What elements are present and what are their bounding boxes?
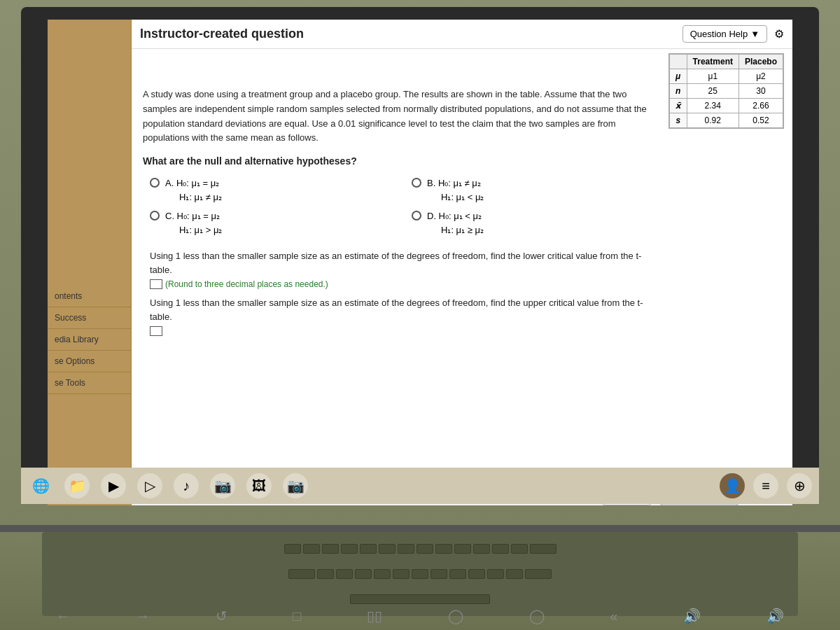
header-bar: Instructor-created question Question Hel… bbox=[132, 20, 792, 49]
music-icon[interactable]: ♪ bbox=[174, 473, 199, 498]
chrome-icon[interactable]: 🌐 bbox=[28, 473, 53, 498]
kb-key[interactable] bbox=[412, 569, 428, 579]
answer-choices: A. H₀: μ₁ = μ₂ H₁: μ₁ ≠ μ₂ B. H₀: μ₁ ≠ μ… bbox=[143, 176, 652, 237]
question-help-button[interactable]: Question Help ▼ bbox=[682, 25, 767, 43]
stats-table: Treatment Placebo μ μ1 μ2 n bbox=[668, 53, 784, 129]
table-cell-xbar-label: x̄ bbox=[669, 99, 687, 113]
play-icon[interactable]: ▷ bbox=[137, 473, 162, 498]
back-arrow-icon[interactable]: ← bbox=[56, 608, 70, 624]
kb-row-3 bbox=[350, 594, 490, 604]
kb-key[interactable] bbox=[487, 569, 504, 579]
window-icon[interactable]: □ bbox=[293, 608, 301, 624]
sidebar-item-contents[interactable]: ontents bbox=[48, 286, 131, 307]
sidebar-item-tools[interactable]: se Tools bbox=[48, 372, 131, 394]
sub-question-text: What are the null and alternative hypoth… bbox=[143, 155, 652, 167]
radio-C[interactable] bbox=[150, 211, 160, 220]
kb-key[interactable] bbox=[449, 569, 466, 579]
add-icon[interactable]: ⊕ bbox=[787, 473, 812, 498]
choice-C[interactable]: C. H₀: μ₁ = μ₂ H₁: μ₁ > μ₂ bbox=[150, 209, 391, 237]
sidebar-item-success[interactable]: Success bbox=[48, 307, 131, 329]
table-cell-n1: 25 bbox=[687, 84, 738, 99]
table-cell-s-label: s bbox=[669, 113, 687, 128]
table-cell-n2: 30 bbox=[738, 84, 783, 99]
instagram-icon[interactable]: 📷 bbox=[283, 473, 308, 498]
table-cell-mu2: μ2 bbox=[738, 69, 783, 84]
kb-key[interactable] bbox=[360, 544, 377, 554]
kb-row-2 bbox=[288, 569, 552, 579]
choice-A[interactable]: A. H₀: μ₁ = μ₂ H₁: μ₁ ≠ μ₂ bbox=[150, 176, 391, 204]
kb-key[interactable] bbox=[398, 544, 414, 554]
screen-bezel: ontents Success edia Library se Options … bbox=[21, 7, 819, 504]
instruction-2: Using 1 less than the smaller sample siz… bbox=[143, 296, 652, 336]
question-text: A study was done using a treatment group… bbox=[143, 88, 652, 146]
volume-icon[interactable]: 🔊 bbox=[683, 608, 701, 624]
sidebar-item-options[interactable]: se Options bbox=[48, 351, 131, 372]
kb-key[interactable] bbox=[317, 569, 334, 579]
table-row: n 25 30 bbox=[669, 84, 783, 99]
volume2-icon[interactable]: 🔊 bbox=[766, 608, 784, 624]
image-icon[interactable]: 🖼 bbox=[246, 473, 272, 498]
mute-icon[interactable]: « bbox=[610, 608, 617, 624]
table-cell-s2: 0.52 bbox=[738, 113, 783, 128]
kb-key[interactable] bbox=[492, 544, 509, 554]
page-title: Instructor-created question bbox=[140, 27, 304, 41]
gear-icon[interactable]: ⚙ bbox=[774, 27, 784, 41]
kb-key[interactable] bbox=[374, 569, 391, 579]
kb-key-tab[interactable] bbox=[288, 569, 315, 579]
forward-arrow-icon[interactable]: → bbox=[136, 608, 150, 624]
choice-B[interactable]: B. H₀: μ₁ ≠ μ₂ H₁: μ₁ < μ₂ bbox=[412, 176, 652, 204]
instruction-2-input-row bbox=[150, 326, 652, 336]
header-right: Question Help ▼ ⚙ bbox=[682, 25, 784, 43]
camera-icon[interactable]: 📷 bbox=[210, 473, 235, 498]
menu-icon[interactable]: ≡ bbox=[753, 473, 778, 498]
kb-row-1 bbox=[284, 544, 556, 554]
kb-key[interactable] bbox=[430, 569, 447, 579]
files-icon[interactable]: 📁 bbox=[64, 473, 90, 498]
table-cell-mu1: μ1 bbox=[687, 69, 738, 84]
choice-D[interactable]: D. H₀: μ₁ < μ₂ H₁: μ₁ ≥ μ₂ bbox=[412, 209, 652, 237]
avatar-icon[interactable]: 👤 bbox=[720, 473, 745, 498]
lower-critical-input[interactable] bbox=[150, 279, 162, 289]
choice-D-content: D. H₀: μ₁ < μ₂ H₁: μ₁ ≥ μ₂ bbox=[427, 209, 484, 237]
radio-B[interactable] bbox=[412, 178, 421, 188]
kb-key[interactable] bbox=[303, 544, 320, 554]
kb-key-space[interactable] bbox=[350, 594, 490, 604]
choice-A-content: A. H₀: μ₁ = μ₂ H₁: μ₁ ≠ μ₂ bbox=[165, 176, 222, 204]
refresh-icon[interactable]: ↺ bbox=[216, 608, 227, 624]
kb-key[interactable] bbox=[435, 544, 452, 554]
kb-key[interactable] bbox=[511, 544, 528, 554]
kb-key[interactable] bbox=[284, 544, 301, 554]
radio-D[interactable] bbox=[412, 211, 421, 220]
table-row: s 0.92 0.52 bbox=[669, 113, 783, 128]
instruction-1: Using 1 less than the smaller sample siz… bbox=[143, 249, 652, 289]
kb-key[interactable] bbox=[322, 544, 339, 554]
kb-key[interactable] bbox=[506, 569, 523, 579]
kb-key[interactable] bbox=[341, 544, 358, 554]
kb-key[interactable] bbox=[393, 569, 410, 579]
instruction-1-text: Using 1 less than the smaller sample siz… bbox=[150, 249, 652, 276]
kb-key[interactable] bbox=[454, 544, 471, 554]
table-cell-n-label: n bbox=[669, 84, 687, 99]
instruction-1-input-row: (Round to three decimal places as needed… bbox=[150, 279, 652, 289]
kb-key[interactable] bbox=[336, 569, 353, 579]
kb-key[interactable] bbox=[468, 569, 485, 579]
media-icon[interactable]: ▶ bbox=[101, 473, 126, 498]
kb-key[interactable] bbox=[473, 544, 490, 554]
search2-icon[interactable]: ◯ bbox=[529, 608, 545, 624]
kb-key[interactable] bbox=[379, 544, 396, 554]
kb-key[interactable] bbox=[355, 569, 372, 579]
radio-A[interactable] bbox=[150, 178, 160, 188]
table-header-placebo: Placebo bbox=[738, 55, 783, 69]
sidebar-item-media-library[interactable]: edia Library bbox=[48, 329, 131, 351]
screen: ontents Success edia Library se Options … bbox=[48, 20, 792, 505]
kb-key-backspace[interactable] bbox=[530, 544, 556, 554]
kb-key-enter[interactable] bbox=[525, 569, 552, 579]
sidebar: ontents Success edia Library se Options … bbox=[48, 20, 132, 505]
laptop-keyboard bbox=[42, 532, 798, 616]
table-cell-s1: 0.92 bbox=[687, 113, 738, 128]
table-cell-xbar2: 2.66 bbox=[738, 99, 783, 113]
kb-key[interactable] bbox=[416, 544, 433, 554]
upper-critical-input[interactable] bbox=[150, 326, 162, 336]
search-icon[interactable]: ◯ bbox=[448, 608, 463, 624]
split-window-icon[interactable]: ▯▯ bbox=[367, 608, 382, 624]
